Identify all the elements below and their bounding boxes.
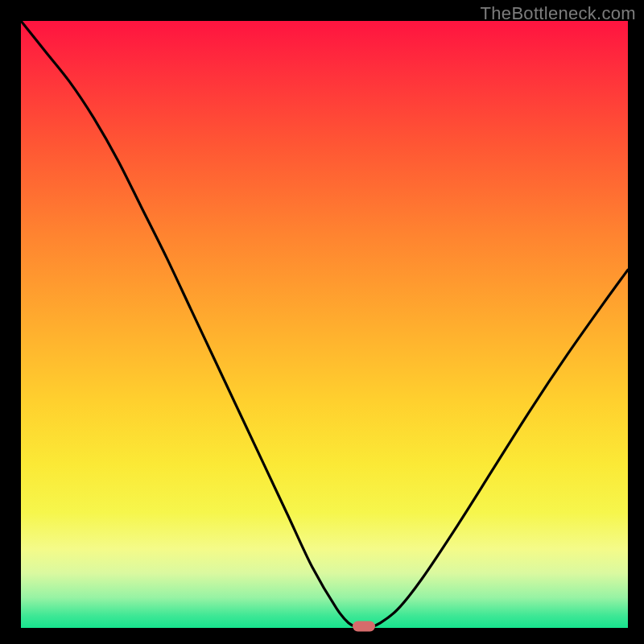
bottleneck-curve [21, 21, 628, 628]
bottleneck-marker [353, 621, 375, 631]
plot-area [21, 21, 628, 628]
curve-path [21, 21, 628, 628]
watermark-text: TheBottleneck.com [481, 3, 636, 24]
chart-frame: TheBottleneck.com [0, 0, 644, 644]
